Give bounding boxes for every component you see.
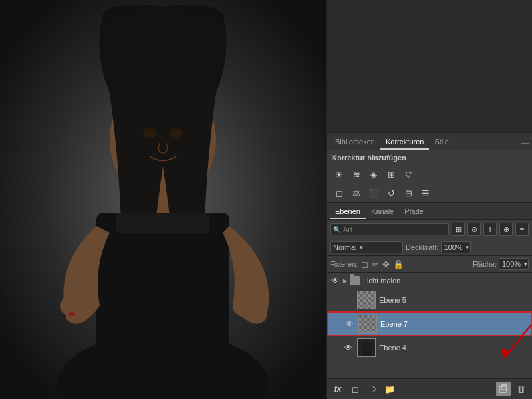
opacity-value: 100%	[444, 243, 463, 251]
svg-point-9	[233, 294, 266, 318]
tab-stile[interactable]: Stile	[429, 135, 454, 150]
tab-kanaele[interactable]: Kanäle	[366, 205, 399, 219]
layer-thumbnail	[358, 315, 377, 333]
subtract-icon[interactable]: ⊟	[401, 186, 416, 200]
opacity-label: Deckkraft:	[406, 243, 439, 251]
layer-name: Ebene 5	[379, 296, 529, 304]
correction-icons-row2: ◻ ⚖ ⬛ ↺ ⊟ ☰	[327, 184, 532, 202]
layer-name: Ebene 4	[379, 344, 529, 352]
layers-collapse[interactable]: —	[521, 208, 529, 216]
tab-korrekturen[interactable]: Korrekturen	[380, 135, 429, 150]
layer-toolbar: fx ◻ ☽ 📁 🗑	[327, 378, 532, 399]
brightness-icon[interactable]: ☀	[332, 167, 346, 182]
delete-layer-button[interactable]: 🗑	[513, 382, 528, 396]
filter-icon-more[interactable]: ≡	[515, 223, 529, 236]
flaeche-value: 100%	[502, 260, 521, 268]
korrektur-title: Korrektur hinzufügen	[327, 150, 532, 165]
blend-mode-arrow-icon: ▼	[358, 245, 364, 251]
fix-icon-lock[interactable]: 🔒	[393, 259, 404, 269]
fx-button[interactable]: fx	[331, 382, 345, 396]
gradient-icon[interactable]: ▽	[401, 167, 416, 182]
layer-search-input[interactable]	[343, 225, 383, 233]
filter-icon-text[interactable]: T	[483, 223, 497, 236]
folder-icon	[350, 276, 360, 285]
group-name: Licht malen	[363, 277, 529, 285]
group-visibility-toggle[interactable]: 👁	[330, 275, 340, 286]
filter-icon-shape[interactable]: ⊕	[499, 223, 513, 236]
layer-thumbnail	[357, 338, 376, 357]
fix-icon-square[interactable]: ◻	[361, 259, 368, 269]
svg-point-8	[60, 294, 93, 318]
blend-mode-dropdown[interactable]: Normal ▼	[330, 241, 403, 253]
layer-list: 👁 ▶ Licht malen 👁 Ebene 5 👁 Ebene 7	[327, 273, 532, 378]
layers-filter-row: 🔍 ⊞ ⊙ T ⊕ ≡	[327, 220, 532, 239]
svg-rect-7	[116, 213, 209, 233]
layer-name: Ebene 7	[380, 320, 527, 328]
tab-pfade[interactable]: Pfade	[399, 205, 429, 219]
layer-row-selected[interactable]: 👁 Ebene 7	[327, 311, 532, 336]
right-panel: Bibliotheken Korrekturen Stile — Korrekt…	[326, 0, 532, 399]
corrections-collapse[interactable]: —	[521, 138, 529, 146]
layers-panel: Ebenen Kanäle Pfade — 🔍 ⊞ ⊙ T ⊕ ≡ Normal…	[327, 203, 532, 399]
fix-icon-brush[interactable]: ✏	[372, 259, 379, 269]
levels-icon[interactable]: ◈	[366, 167, 381, 182]
grid-icon[interactable]: ☰	[418, 186, 433, 200]
adjustment-button[interactable]: ☽	[365, 382, 380, 396]
layer-group-licht-malen[interactable]: 👁 ▶ Licht malen	[327, 273, 532, 289]
blend-mode-value: Normal	[333, 243, 356, 251]
colorbalance-icon[interactable]: ⊞	[384, 167, 398, 182]
svg-point-5	[143, 128, 156, 138]
new-layer-button[interactable]	[496, 382, 511, 396]
mask-icon[interactable]: ◻	[332, 186, 346, 200]
layer-visibility-toggle[interactable]: 👁	[344, 319, 355, 329]
layer-visibility-toggle[interactable]: 👁	[343, 342, 354, 353]
svg-rect-16	[501, 385, 507, 390]
corrections-panel: Bibliotheken Korrekturen Stile — Korrekt…	[327, 133, 532, 203]
filter-icon-fx[interactable]: ⊙	[467, 223, 481, 236]
svg-point-10	[68, 312, 75, 316]
add-mask-button[interactable]: ◻	[348, 382, 362, 396]
blend-mode-row: Normal ▼ Deckkraft: 100% ▼	[327, 239, 532, 256]
tab-bibliotheken[interactable]: Bibliotheken	[330, 135, 380, 150]
opacity-arrow-icon: ▼	[465, 245, 470, 251]
flaeche-arrow-icon: ▼	[523, 261, 528, 267]
tab-ebenen[interactable]: Ebenen	[330, 205, 366, 219]
layer-thumbnail	[357, 291, 376, 309]
filter-icon-layers[interactable]: ⊞	[452, 223, 465, 236]
scale-icon[interactable]: ⚖	[349, 186, 364, 200]
layer-row[interactable]: 👁 Ebene 4	[327, 336, 532, 359]
correction-icons-row1: ☀ ≋ ◈ ⊞ ▽	[327, 165, 532, 184]
canvas-image	[0, 0, 326, 399]
search-icon: 🔍	[333, 226, 341, 233]
rotate-icon[interactable]: ↺	[384, 186, 398, 200]
flaeche-label: Fläche:	[473, 260, 497, 268]
black-icon[interactable]: ⬛	[366, 186, 381, 200]
fix-label: Fixieren:	[330, 260, 358, 268]
curves-icon[interactable]: ≋	[349, 167, 364, 182]
flaeche-row: Fläche: 100% ▼	[473, 258, 529, 270]
corrections-tabs: Bibliotheken Korrekturen Stile —	[327, 133, 532, 150]
new-layer-icon	[499, 384, 508, 394]
group-expand-icon[interactable]: ▶	[343, 278, 347, 284]
fix-row: Fixieren: ◻ ✏ ✥ 🔒 Fläche: 100% ▼	[327, 256, 532, 273]
layers-tabs: Ebenen Kanäle Pfade —	[327, 203, 532, 220]
opacity-dropdown[interactable]: 100% ▼	[441, 241, 471, 253]
canvas-area	[0, 0, 326, 399]
flaeche-dropdown[interactable]: 100% ▼	[499, 258, 529, 270]
opacity-row: Deckkraft: 100% ▼	[406, 241, 529, 253]
fix-icon-move[interactable]: ✥	[382, 259, 390, 269]
layer-search-box[interactable]: 🔍	[330, 223, 449, 235]
svg-rect-2	[96, 213, 229, 386]
new-group-button[interactable]: 📁	[382, 382, 397, 396]
layer-row[interactable]: 👁 Ebene 5	[327, 289, 532, 311]
svg-point-6	[170, 128, 183, 138]
top-panel-empty	[327, 0, 532, 133]
